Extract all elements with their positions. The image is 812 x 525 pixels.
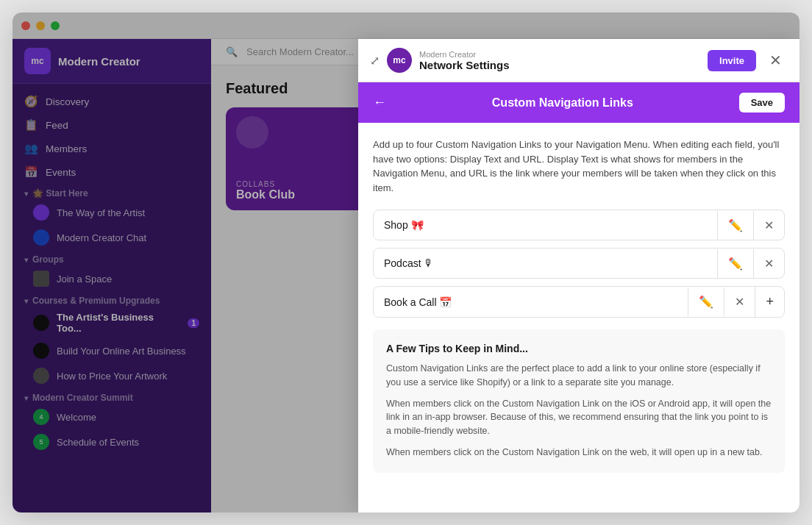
modal-topbar: ⤢ mc Modern Creator Network Settings Inv… bbox=[358, 39, 799, 82]
app-window: mc Modern Creator 🧭 Discovery 📋 Feed 👥 M… bbox=[13, 12, 799, 512]
modal-network-logo: mc bbox=[387, 48, 412, 73]
modal-body: Add up to four Custom Navigation Links t… bbox=[358, 123, 799, 512]
expand-icon[interactable]: ⤢ bbox=[370, 54, 380, 68]
nav-link-podcast-delete[interactable]: ✕ bbox=[753, 249, 784, 278]
nav-link-row-shop: ✏️ ✕ bbox=[373, 210, 785, 240]
back-button[interactable]: ← bbox=[373, 95, 386, 110]
tip-3: When members click on the Custom Navigat… bbox=[386, 446, 772, 460]
nav-link-book-call-add[interactable]: + bbox=[755, 287, 784, 317]
modal-header: ← Custom Navigation Links Save bbox=[358, 82, 799, 123]
nav-link-podcast-input[interactable] bbox=[374, 249, 717, 278]
save-button[interactable]: Save bbox=[739, 93, 785, 113]
tips-title: A Few Tips to Keep in Mind... bbox=[386, 343, 772, 354]
nav-link-row-podcast: ✏️ ✕ bbox=[373, 248, 785, 279]
nav-link-row-book-call: ✏️ ✕ + bbox=[373, 286, 785, 318]
tip-2: When members click on the Custom Navigat… bbox=[386, 397, 772, 438]
nav-link-shop-delete[interactable]: ✕ bbox=[753, 211, 784, 240]
close-button[interactable]: ✕ bbox=[763, 49, 788, 72]
nav-link-book-call-input[interactable] bbox=[374, 288, 688, 317]
nav-link-book-call-delete[interactable]: ✕ bbox=[724, 288, 755, 316]
modal-network-info: Modern Creator Network Settings bbox=[419, 50, 700, 71]
modal-description: Add up to four Custom Navigation Links t… bbox=[373, 138, 785, 195]
modal-network-sub: Modern Creator bbox=[419, 50, 700, 59]
nav-link-shop-input[interactable] bbox=[374, 210, 717, 240]
nav-link-podcast-edit[interactable]: ✏️ bbox=[717, 249, 753, 278]
modal-header-title: Custom Navigation Links bbox=[395, 96, 730, 110]
tips-box: A Few Tips to Keep in Mind... Custom Nav… bbox=[373, 329, 785, 473]
nav-link-shop-edit[interactable]: ✏️ bbox=[717, 211, 753, 240]
modal-network-name: Network Settings bbox=[419, 59, 700, 71]
invite-button[interactable]: Invite bbox=[708, 50, 756, 71]
nav-link-book-call-edit[interactable]: ✏️ bbox=[688, 288, 724, 316]
tip-1: Custom Navigation Links are the perfect … bbox=[386, 362, 772, 390]
network-settings-modal: ⤢ mc Modern Creator Network Settings Inv… bbox=[358, 39, 799, 512]
